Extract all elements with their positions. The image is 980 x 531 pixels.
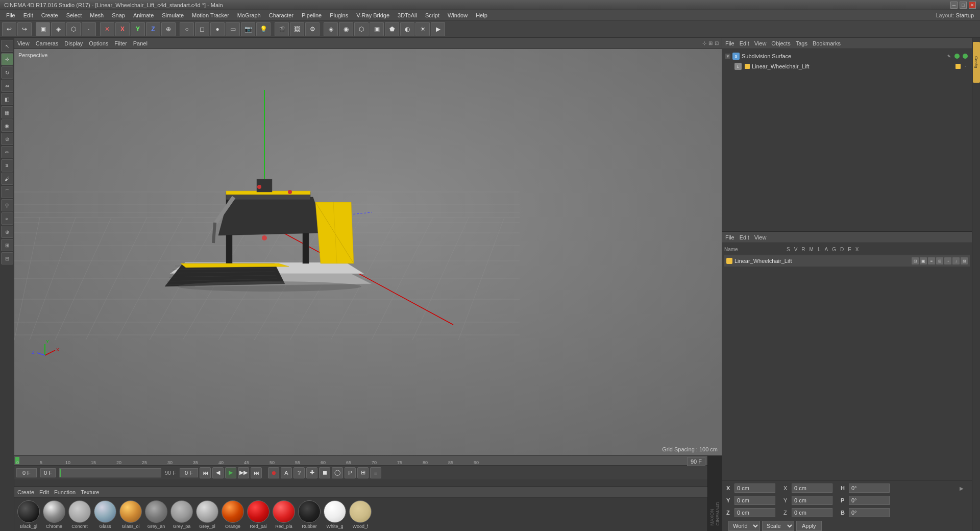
obj-null[interactable]: ○	[180, 22, 194, 36]
material-glass-oi[interactable]: Glass_oi	[119, 500, 142, 529]
vp-icon-2[interactable]: ⊞	[708, 40, 713, 46]
left-tool-17[interactable]: ⊟	[1, 252, 13, 264]
collapse-btn-subdivision[interactable]: ▼	[725, 54, 730, 59]
menu-window[interactable]: Window	[444, 11, 472, 19]
attr-icon-2[interactable]: ▣	[920, 257, 927, 264]
menu-character[interactable]: Character	[265, 11, 298, 19]
menu-mograph[interactable]: MoGraph	[233, 11, 265, 19]
mode-poly[interactable]: ⬡	[66, 22, 81, 36]
menu-select[interactable]: Select	[62, 11, 86, 19]
material-grey-pa[interactable]: Grey_pa	[170, 500, 193, 529]
am-menu-view[interactable]: View	[754, 234, 767, 240]
undo-button[interactable]: ↩	[2, 22, 16, 36]
left-tool-magnet[interactable]: ⚲	[1, 199, 13, 211]
xyz-x2-input[interactable]	[792, 484, 832, 493]
tl-motion-key[interactable]: ✚	[306, 467, 317, 478]
om-menu-file[interactable]: File	[725, 40, 734, 46]
material-red-pla[interactable]: Red_pla	[273, 500, 295, 529]
material-black-gl[interactable]: Black_gl	[17, 500, 40, 529]
mat-menu-texture[interactable]: Texture	[81, 489, 99, 495]
menu-help[interactable]: Help	[472, 11, 492, 19]
obj-light[interactable]: 💡	[256, 22, 271, 36]
frame-total-input[interactable]	[180, 468, 198, 477]
attr-icon-1[interactable]: ⊡	[912, 257, 919, 264]
left-tool-rotate[interactable]: ↻	[1, 66, 13, 79]
redo-button[interactable]: ↪	[17, 22, 32, 36]
xyz-p-input[interactable]	[849, 496, 890, 505]
material-grey-pl[interactable]: Grey_pl	[196, 500, 218, 529]
object-row-wheelchair[interactable]: L Linear_Wheelchair_Lift ·	[724, 61, 970, 71]
attr-icon-4[interactable]: ⊞	[936, 257, 943, 264]
attr-obj-row-wheelchair[interactable]: Linear_Wheelchair_Lift ⊡ ▣ ≡ ⊞ → ↓ ⊠	[724, 255, 970, 267]
object-row-subdivision[interactable]: ▼ S Subdivision Surface ✎	[724, 51, 970, 61]
mode-model[interactable]: ▣	[36, 22, 50, 36]
frame-end-input[interactable]: 90 F	[687, 457, 705, 466]
close-button[interactable]: ✕	[969, 2, 976, 9]
menu-create[interactable]: Create	[37, 11, 62, 19]
view-anim[interactable]: ▶	[431, 22, 445, 36]
tl-play-fwd[interactable]: ▶	[225, 467, 236, 478]
view-light[interactable]: ☀	[415, 22, 430, 36]
left-tool-move[interactable]: ✛	[1, 53, 13, 65]
transform-mode-dropdown[interactable]: Scale Move Rotate	[762, 521, 794, 531]
timeline-scrub-bar[interactable]	[59, 468, 161, 477]
view-tex[interactable]: ⬡	[354, 22, 369, 36]
obj-cylinder[interactable]: ▭	[226, 22, 240, 36]
xyz-y2-input[interactable]	[792, 496, 832, 505]
left-tool-paint[interactable]: 🖌	[1, 173, 13, 185]
view-shad[interactable]: ◐	[400, 22, 414, 36]
vp-menu-panel[interactable]: Panel	[133, 40, 148, 46]
minimize-button[interactable]: ─	[950, 2, 958, 9]
tl-key-grid[interactable]: ⊞	[357, 467, 369, 478]
xyz-x-input[interactable]	[734, 484, 775, 493]
left-tool-8[interactable]: ⊘	[1, 133, 13, 145]
om-menu-objects[interactable]: Objects	[771, 40, 790, 46]
attr-icon-6[interactable]: ↓	[952, 257, 960, 264]
vp-menu-options[interactable]: Options	[89, 40, 108, 46]
om-menu-bookmarks[interactable]: Bookmarks	[813, 40, 841, 46]
tl-go-start[interactable]: ⏮	[200, 467, 211, 478]
coord-system-dropdown[interactable]: World Object	[728, 521, 760, 531]
tl-key-p[interactable]: P	[345, 467, 356, 478]
vp-menu-cameras[interactable]: Cameras	[36, 40, 59, 46]
tool-x[interactable]: X	[115, 22, 130, 36]
left-tool-bend[interactable]: ⌒	[1, 186, 13, 198]
frame-start-alt[interactable]	[40, 468, 56, 477]
vp-menu-display[interactable]: Display	[64, 40, 83, 46]
attr-icon-5[interactable]: →	[944, 257, 951, 264]
om-menu-tags[interactable]: Tags	[796, 40, 807, 46]
current-frame-input[interactable]	[16, 468, 37, 477]
menu-vray[interactable]: V-Ray Bridge	[352, 11, 394, 19]
obj-cube[interactable]: ◻	[195, 22, 209, 36]
xyz-expand-btn[interactable]: ▶	[960, 486, 968, 491]
obj-toggle-edit[interactable]: ✎	[945, 53, 952, 60]
tool-move[interactable]: ⊕	[161, 22, 176, 36]
viewport[interactable]: X Y Z Perspective Grid Spacing : 100 cm	[14, 49, 722, 455]
vp-menu-view[interactable]: View	[17, 40, 30, 46]
vp-icon-3[interactable]: ⊡	[715, 40, 719, 46]
left-tool-16[interactable]: ⊞	[1, 239, 13, 251]
obj-toggle-visible[interactable]	[953, 53, 961, 60]
menu-edit[interactable]: Edit	[19, 11, 37, 19]
apply-button[interactable]: Apply	[796, 521, 822, 531]
xyz-b-input[interactable]	[849, 508, 890, 517]
left-tool-select[interactable]: ↖	[1, 40, 13, 52]
render-picture[interactable]: 🖼	[290, 22, 304, 36]
left-tool-15[interactable]: ⊕	[1, 226, 13, 238]
vp-icon-1[interactable]: ⊹	[702, 40, 706, 46]
menu-plugins[interactable]: Plugins	[326, 11, 352, 19]
view-mat[interactable]: ◉	[339, 22, 353, 36]
menu-file[interactable]: File	[2, 11, 19, 19]
xyz-z-input[interactable]	[734, 508, 775, 517]
attr-icon-7[interactable]: ⊠	[961, 257, 968, 264]
mat-menu-function[interactable]: Function	[54, 489, 76, 495]
menu-animate[interactable]: Animate	[129, 11, 158, 19]
left-tool-7[interactable]: ◉	[1, 119, 13, 132]
material-concrete[interactable]: Concret	[68, 500, 91, 529]
view-iso[interactable]: ⬟	[385, 22, 399, 36]
render-to-po[interactable]: ⚙	[305, 22, 320, 36]
tl-help[interactable]: ?	[293, 467, 305, 478]
menu-motion-tracker[interactable]: Motion Tracker	[188, 11, 233, 19]
xyz-y-input[interactable]	[734, 496, 775, 505]
menu-simulate[interactable]: Simulate	[158, 11, 188, 19]
